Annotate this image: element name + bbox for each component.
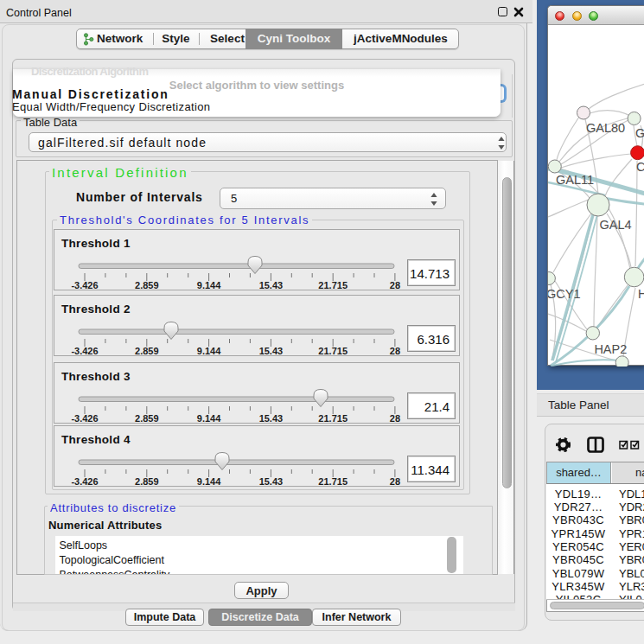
svg-text:28: 28: [390, 413, 400, 424]
svg-text:2.859: 2.859: [135, 476, 159, 487]
svg-text:28: 28: [390, 346, 400, 356]
svg-text:HAP2: HAP2: [594, 342, 627, 356]
svg-text:2.859: 2.859: [135, 413, 159, 424]
svg-text:15.43: 15.43: [259, 280, 284, 290]
svg-text:9.144: 9.144: [197, 280, 221, 290]
svg-text:GAL11: GAL11: [556, 173, 594, 187]
svg-text:H: H: [638, 287, 644, 301]
svg-text:-3.426: -3.426: [71, 280, 98, 290]
svg-text:15.43: 15.43: [259, 346, 284, 356]
svg-text:9.144: 9.144: [197, 346, 221, 356]
svg-text:9.144: 9.144: [197, 476, 221, 487]
svg-text:9.144: 9.144: [197, 413, 221, 424]
svg-text:C: C: [636, 160, 644, 174]
svg-text:28: 28: [390, 476, 400, 487]
svg-text:15.43: 15.43: [259, 476, 284, 487]
svg-text:2.859: 2.859: [135, 280, 159, 290]
svg-text:GAL4: GAL4: [600, 218, 632, 232]
svg-text:21.715: 21.715: [318, 280, 348, 290]
svg-text:21.715: 21.715: [318, 413, 348, 424]
svg-text:G.: G.: [635, 126, 644, 140]
svg-text:2.859: 2.859: [135, 346, 159, 356]
svg-text:15.43: 15.43: [259, 413, 284, 424]
svg-text:-3.426: -3.426: [71, 346, 98, 356]
svg-text:28: 28: [390, 280, 400, 290]
svg-text:GCY1: GCY1: [548, 287, 581, 301]
svg-text:21.715: 21.715: [318, 476, 348, 487]
svg-text:21.715: 21.715: [318, 346, 348, 356]
svg-text:GAL80: GAL80: [586, 121, 625, 135]
svg-text:-3.426: -3.426: [71, 476, 98, 487]
svg-text:-3.426: -3.426: [71, 413, 98, 424]
